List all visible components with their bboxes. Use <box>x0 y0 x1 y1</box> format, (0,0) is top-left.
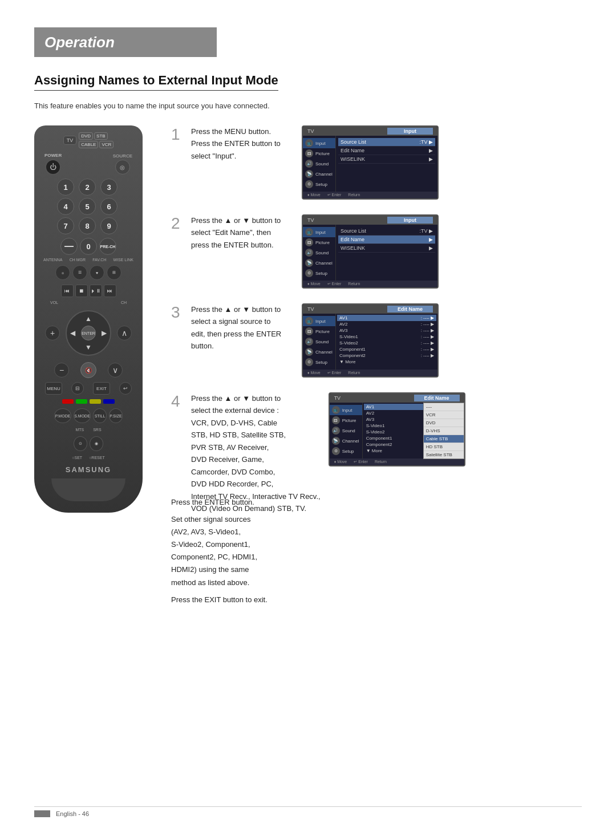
step-4-number: 4 <box>171 393 185 409</box>
dropdown-item-satellitestb: Satellite STB <box>424 451 464 458</box>
return-button[interactable]: ↩ <box>119 382 132 395</box>
step-3-description: Press the ▲ or ▼ button to select a sign… <box>191 303 294 352</box>
tv-sidebar-sound-4: 🔊 Sound <box>330 425 362 436</box>
nav-up-arrow[interactable]: ▲ <box>85 315 92 323</box>
psize-button[interactable]: P.SIZE <box>109 408 123 423</box>
tv-sidebar-setup-1: ⚙ Setup <box>303 179 335 189</box>
blue-button[interactable] <box>103 399 115 404</box>
step-3: 3 Press the ▲ or ▼ button to select a si… <box>171 303 593 378</box>
favch-button[interactable]: ♥ <box>90 265 104 280</box>
antenna-button[interactable]: ⌾ <box>55 265 70 280</box>
tv-sidebar-picture-1: 🖼 Picture <box>303 148 335 159</box>
tv-label-2: TV <box>307 217 314 223</box>
red-button[interactable] <box>62 399 74 404</box>
vol-down-button[interactable]: + <box>45 326 60 340</box>
tv-sidebar-input-1: 📺 Input <box>303 138 335 148</box>
step-2-number: 2 <box>171 216 185 232</box>
bottom-para-3: Press the EXIT button to exit. <box>171 594 582 606</box>
page-footer: English - 46 <box>34 806 582 817</box>
page-section-title: Operation <box>44 34 115 51</box>
nav-down-arrow[interactable]: ▼ <box>85 343 92 351</box>
num-4-button[interactable]: 4 <box>57 198 74 215</box>
wiselink-button[interactable]: ⊞ <box>107 265 121 280</box>
num-5-button[interactable]: 5 <box>79 198 96 215</box>
enter-button[interactable]: ENTER <box>81 326 96 340</box>
tv-menu-wiselink-1: WISELINK▶ <box>338 155 435 164</box>
tv-sidebar-channel-1: 📡 Channel <box>303 169 335 179</box>
rew-button[interactable]: ⏮ <box>61 285 74 297</box>
guide-button[interactable]: ⊟ <box>71 382 84 395</box>
tv-sidebar-sound-1: 🔊 Sound <box>303 159 335 169</box>
mute-button[interactable]: 🔇 <box>80 362 96 378</box>
num-1-button[interactable]: 1 <box>57 178 74 196</box>
device-dropdown[interactable]: ---- VCR DVD D-VHS Cable STB HD STB Sate… <box>423 403 464 459</box>
tv-sidebar-picture-3: 🖼 Picture <box>303 326 335 336</box>
num-8-button[interactable]: 8 <box>79 217 96 234</box>
power-label: POWER <box>44 153 62 158</box>
tv-menu-sourcelist-2: Source List:TV ▶ <box>338 227 435 236</box>
yellow-button[interactable] <box>90 399 101 404</box>
power-button[interactable]: ⏻ <box>45 159 61 175</box>
tv-sidebar-setup-4: ⚙ Setup <box>330 446 362 456</box>
chmgr-button[interactable]: ☰ <box>72 265 87 280</box>
source-label: SOURCE <box>113 153 132 159</box>
footer-page-label: English - 46 <box>56 810 89 817</box>
tv-list-av1: AV1: ---- ▶ <box>337 315 436 321</box>
ch-up-button[interactable]: ∧ <box>117 326 132 340</box>
num-3-button[interactable]: 3 <box>100 178 117 196</box>
dropdown-item-blank: ---- <box>424 403 464 411</box>
stop-button[interactable]: ⏹ <box>75 285 88 297</box>
tv-list-component1: Component1: ---- ▶ <box>337 346 436 352</box>
smode-button[interactable]: S.MODE <box>74 408 91 423</box>
nav-left-arrow[interactable]: ◀ <box>70 329 75 337</box>
step-1: 1 Press the MENU button. Press the ENTER… <box>171 125 593 200</box>
num-9-button[interactable]: 9 <box>100 217 117 234</box>
nav-right-arrow[interactable]: ▶ <box>102 329 107 337</box>
step-1-description: Press the MENU button. Press the ENTER b… <box>191 125 294 162</box>
tv-list-svideo1: S-Video1: ---- ▶ <box>337 334 436 340</box>
mts-button[interactable]: ⊙ <box>74 436 87 451</box>
remote-cable-button[interactable]: CABLE <box>79 141 98 148</box>
dropdown-item-hdstb: HD STB <box>424 443 464 451</box>
step-2: 2 Press the ▲ or ▼ button to select "Edi… <box>171 214 593 289</box>
dropdown-item-cablestb: Cable STB <box>424 435 464 443</box>
samsung-logo: SAMSUNG <box>66 465 111 474</box>
num-7-button[interactable]: 7 <box>57 217 74 234</box>
exit-button[interactable]: EXIT <box>93 382 110 395</box>
section-title: Assigning Names to External Input Mode <box>34 73 278 91</box>
num-6-button[interactable]: 6 <box>100 198 117 215</box>
vol-minus-button[interactable]: − <box>54 363 69 378</box>
ff-button[interactable]: ⏭ <box>104 285 116 297</box>
num-0-button[interactable]: 0 <box>80 238 97 255</box>
tv-screen-1-title: Input <box>387 128 433 135</box>
tv-sidebar-setup-2: ⚙ Setup <box>303 268 335 278</box>
remote-dvd-button[interactable]: DVD <box>79 132 93 140</box>
tv-screen-3: TV Edit Name 📺 Input 🖼 Picture <box>302 303 439 378</box>
remote-vcr-button[interactable]: VCR <box>99 141 114 148</box>
dash-button[interactable]: — <box>60 238 78 255</box>
green-button[interactable] <box>76 399 87 404</box>
prech-button[interactable]: PRE-CH <box>99 238 116 255</box>
steps-area: 1 Press the MENU button. Press the ENTER… <box>171 125 593 529</box>
tv-menu-sourcelist-1: Source List:TV ▶ <box>338 138 435 147</box>
pmode-button[interactable]: P.MODE <box>54 408 71 423</box>
ch-down-button[interactable]: ∨ <box>108 363 123 378</box>
remote-tv-button[interactable]: TV <box>63 136 77 145</box>
tv-list-more: ▼ More <box>337 359 436 365</box>
tv-label-3: TV <box>307 306 314 312</box>
num-2-button[interactable]: 2 <box>79 178 96 196</box>
source-button[interactable]: ◎ <box>115 160 130 175</box>
nav-circle: ▲ ▼ ◀ ▶ ENTER <box>66 310 111 356</box>
playpause-button[interactable]: ⏵⏸ <box>90 285 102 297</box>
tv-sidebar-picture-2: 🖼 Picture <box>303 237 335 247</box>
small-labels-row: ANTENNACH MGRFAV.CHWISE LINK <box>40 258 137 262</box>
tv-list-av3: AV3: ---- ▶ <box>337 327 436 334</box>
srs-button[interactable]: ◉ <box>90 436 103 451</box>
tv-sidebar-channel-4: 📡 Channel <box>330 436 362 446</box>
tv-label-4: TV <box>334 395 341 401</box>
still-button[interactable]: STILL <box>93 408 107 423</box>
menu-button[interactable]: MENU <box>45 382 62 395</box>
tv-label-1: TV <box>307 128 314 134</box>
remote-stb-button[interactable]: STB <box>94 132 108 140</box>
tv-sidebar-input-4: 📺 Input <box>330 405 362 415</box>
